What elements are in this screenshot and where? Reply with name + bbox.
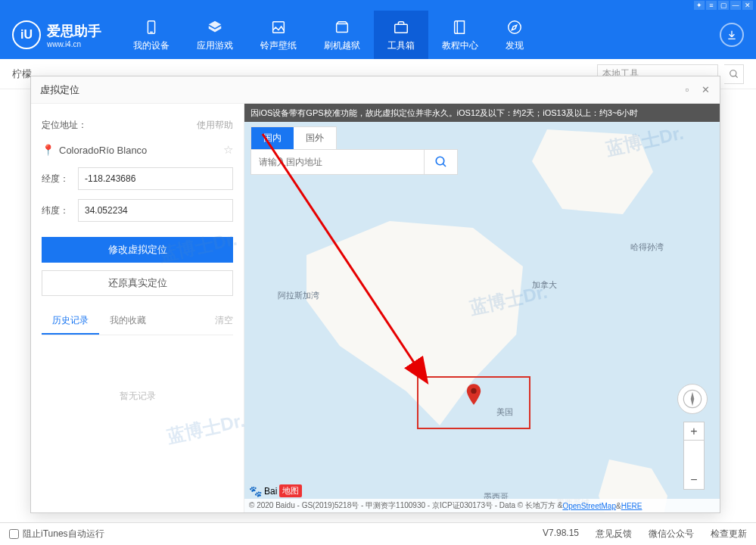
tab-international[interactable]: 国外	[294, 127, 336, 149]
nav-flash[interactable]: 刷机越狱	[310, 11, 374, 59]
svg-rect-4	[395, 24, 408, 33]
baidu-logo: 🐾 Bai 地图	[249, 484, 302, 497]
longitude-input[interactable]	[78, 167, 233, 190]
zoom-in-button[interactable]: +	[684, 422, 704, 441]
zoom-slider[interactable]	[684, 441, 704, 471]
block-itunes-checkbox[interactable]: 阻止iTunes自动运行	[9, 528, 104, 540]
favorite-star-icon[interactable]: ☆	[223, 143, 233, 157]
app-title: 爱思助手	[47, 22, 101, 40]
window-titlebar: ✦ ≡ ▢ — ✕	[0, 0, 756, 11]
svg-rect-3	[337, 23, 348, 32]
svg-point-7	[730, 70, 736, 76]
app-header: iU 爱思助手 www.i4.cn 我的设备 应用游戏 铃声壁纸 刷机越狱 工具…	[0, 11, 756, 59]
download-button[interactable]	[720, 23, 744, 47]
map-attribution: © 2020 Baidu - GS(2019)5218号 - 甲测资字11009…	[244, 499, 720, 512]
osm-link[interactable]: OpenStreetMap	[562, 502, 616, 510]
label-alaska: 阿拉斯加湾	[278, 290, 319, 301]
app-url: www.i4.cn	[47, 40, 101, 48]
restore-location-button[interactable]: 还原真实定位	[42, 270, 233, 296]
titlebar-btn-2[interactable]: ≡	[706, 1, 717, 10]
label-hudson: 哈得孙湾	[630, 241, 664, 253]
address-label: 定位地址：	[42, 119, 87, 132]
svg-line-10	[443, 164, 446, 167]
dialog-titlebar: 虚拟定位 ▫ ✕	[31, 76, 720, 104]
map-search	[250, 149, 458, 175]
search-icon[interactable]	[724, 64, 744, 84]
clear-history[interactable]: 清空	[215, 308, 233, 335]
svg-line-8	[735, 75, 737, 77]
feedback-link[interactable]: 意见反馈	[596, 528, 632, 540]
check-update-link[interactable]: 检查更新	[711, 528, 747, 540]
wallpaper-icon	[269, 18, 288, 36]
tab-favorites[interactable]: 我的收藏	[99, 308, 157, 335]
wechat-link[interactable]: 微信公众号	[649, 528, 694, 540]
logo-icon: iU	[12, 20, 41, 49]
nav-tutorials[interactable]: 教程中心	[428, 11, 492, 59]
map-area[interactable]: 加拿大 美国 墨西哥 墨西哥城 阿拉斯加湾 哈得孙湾 古巴 海地 多明尼加 波多…	[244, 104, 720, 512]
map-pin-icon	[465, 384, 482, 405]
map-search-button[interactable]	[425, 149, 458, 175]
history-tabs: 历史记录 我的收藏 清空	[42, 308, 233, 335]
svg-point-13	[471, 388, 476, 394]
map-search-input[interactable]	[250, 149, 425, 175]
history-empty-text: 暂无记录	[42, 390, 233, 403]
zoom-control: + −	[683, 422, 705, 490]
nav-toolbox[interactable]: 工具箱	[374, 11, 428, 59]
main-nav: 我的设备 应用游戏 铃声壁纸 刷机越狱 工具箱 教程中心 发现	[120, 11, 720, 59]
location-panel: 定位地址： 使用帮助 📍 ColoradoRío Blanco ☆ 经度： 纬度…	[31, 104, 244, 512]
latitude-label: 纬度：	[42, 204, 70, 217]
virtual-location-dialog: 虚拟定位 ▫ ✕ 定位地址： 使用帮助 📍 ColoradoRío Blanco…	[30, 76, 720, 513]
nav-my-device[interactable]: 我的设备	[120, 11, 183, 59]
logo-area: iU 爱思助手 www.i4.cn	[12, 20, 101, 49]
nav-apps-games[interactable]: 应用游戏	[183, 11, 247, 59]
compass-control[interactable]	[677, 384, 708, 414]
toolbox-icon	[392, 18, 410, 36]
location-name: ColoradoRío Blanco	[59, 145, 219, 156]
modify-location-button[interactable]: 修改虚拟定位	[42, 237, 233, 263]
label-canada: 加拿大	[532, 279, 557, 291]
apps-icon	[206, 18, 224, 36]
svg-point-6	[509, 20, 521, 33]
block-itunes-input[interactable]	[9, 529, 19, 539]
location-pin-icon: 📍	[42, 144, 54, 156]
book-icon	[451, 18, 469, 36]
device-icon	[142, 18, 160, 36]
tab-domestic[interactable]: 国内	[251, 127, 294, 149]
dialog-maximize[interactable]: ▫	[682, 85, 692, 95]
flash-icon	[333, 18, 351, 36]
version-text: V7.98.15	[543, 528, 579, 540]
svg-point-9	[436, 157, 444, 165]
latitude-input[interactable]	[78, 199, 233, 222]
nav-discover[interactable]: 发现	[492, 11, 537, 59]
map-region-tabs: 国内 国外	[250, 126, 337, 150]
tab-history[interactable]: 历史记录	[42, 308, 99, 335]
gps-notice: 因iOS设备带有GPS校准功能，故此虚拟定位并非永久。iOS12及以下：约2天；…	[244, 104, 720, 122]
here-link[interactable]: HERE	[621, 502, 642, 510]
status-bar: 阻止iTunes自动运行 V7.98.15 意见反馈 微信公众号 检查更新	[0, 522, 756, 545]
titlebar-maximize[interactable]: —	[730, 1, 741, 10]
compass-icon	[506, 18, 524, 36]
longitude-label: 经度：	[42, 173, 70, 185]
dialog-title: 虚拟定位	[40, 83, 79, 97]
titlebar-minimize[interactable]: ▢	[718, 1, 729, 10]
breadcrumb: 柠檬	[12, 67, 32, 81]
titlebar-btn-1[interactable]: ✦	[694, 1, 705, 10]
nav-ringtones[interactable]: 铃声壁纸	[247, 11, 310, 59]
help-link[interactable]: 使用帮助	[197, 119, 233, 132]
titlebar-close[interactable]: ✕	[742, 1, 753, 10]
zoom-out-button[interactable]: −	[684, 471, 704, 489]
dialog-close[interactable]: ✕	[700, 85, 711, 95]
